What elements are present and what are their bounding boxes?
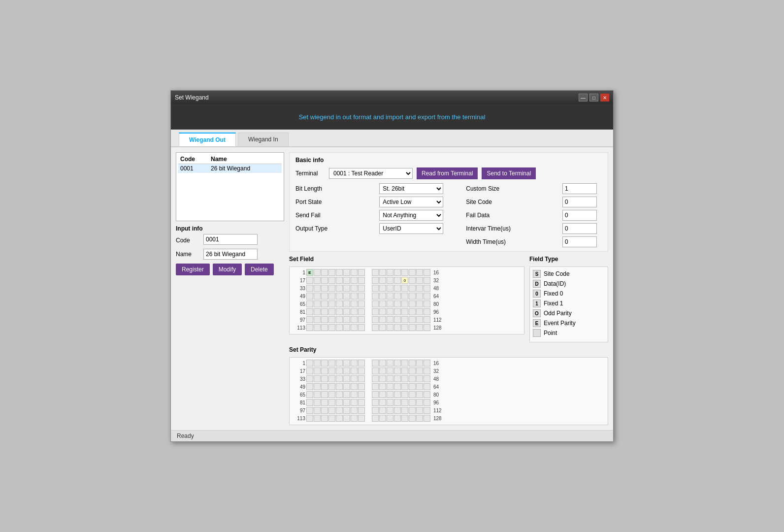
bit-cell[interactable] xyxy=(336,269,343,276)
restore-button[interactable]: □ xyxy=(589,94,598,101)
bit-cell[interactable] xyxy=(358,277,365,284)
send-fail-select[interactable]: Not Anything xyxy=(379,210,443,221)
ft-item-odd-parity: O Odd Parity xyxy=(533,309,605,317)
bit-cell[interactable] xyxy=(394,269,401,276)
bit-cells-1a: E xyxy=(306,269,365,276)
bit-cells-17b: 0 xyxy=(372,277,430,284)
bit-cell[interactable] xyxy=(306,277,313,284)
basic-info-title: Basic info xyxy=(295,157,602,164)
bit-cell[interactable] xyxy=(358,269,365,276)
port-state-label: Port State xyxy=(295,199,375,205)
output-type-select[interactable]: UserID xyxy=(379,223,443,234)
ft-label-site-code: Site Code xyxy=(544,270,570,277)
bit-cell[interactable] xyxy=(328,269,335,276)
ft-item-point: Point xyxy=(533,329,605,337)
set-parity-section: Set Parity 1 16 xyxy=(289,346,608,425)
name-input[interactable] xyxy=(203,249,258,260)
code-input[interactable] xyxy=(203,234,258,245)
bit-length-label: Bit Length xyxy=(295,185,375,192)
port-state-select[interactable]: Active Low xyxy=(379,197,443,207)
parity-row-65: 65 80 xyxy=(292,391,606,398)
modify-button[interactable]: Modify xyxy=(213,264,242,275)
bit-cell[interactable]: 0 xyxy=(401,277,408,284)
bit-cell[interactable] xyxy=(409,277,416,284)
width-time-label: Width Time(us) xyxy=(466,238,558,245)
fail-data-input[interactable] xyxy=(562,210,597,221)
width-time-input[interactable] xyxy=(562,236,597,247)
list-header: Code Name xyxy=(178,155,282,164)
parity-row-33: 33 48 xyxy=(292,375,606,382)
ft-item-fixed1: 1 Fixed 1 xyxy=(533,299,605,307)
bit-cell[interactable] xyxy=(351,269,358,276)
send-fail-label: Send Fail xyxy=(295,212,375,219)
ft-label-fixed0: Fixed 0 xyxy=(544,290,563,297)
ft-item-fixed0: 0 Fixed 0 xyxy=(533,290,605,298)
minimize-button[interactable]: — xyxy=(579,94,588,101)
send-to-terminal-button[interactable]: Send to Terminal xyxy=(482,167,536,179)
bit-row-65: 65 80 xyxy=(292,300,522,307)
bit-cell[interactable] xyxy=(343,277,350,284)
bit-cell[interactable] xyxy=(372,269,379,276)
ft-item-event-parity: E Event Parity xyxy=(533,319,605,327)
output-type-label: Output Type xyxy=(295,225,375,232)
bit-row-81: 81 96 xyxy=(292,308,522,315)
name-label: Name xyxy=(176,251,200,258)
name-row: Name xyxy=(176,249,284,260)
site-code-input[interactable] xyxy=(562,197,597,207)
terminal-label: Terminal xyxy=(295,170,325,177)
terminal-row: Terminal 0001 : Test Reader Read from Te… xyxy=(295,167,602,179)
bit-cell[interactable] xyxy=(321,277,328,284)
terminal-select[interactable]: 0001 : Test Reader xyxy=(329,168,413,179)
bit-cell[interactable] xyxy=(416,277,423,284)
left-panel: Code Name 0001 26 bit Wiegand Input info… xyxy=(176,152,284,425)
set-field-title: Set Field xyxy=(289,256,524,263)
bit-length-select[interactable]: St. 26bit xyxy=(379,183,443,194)
read-from-terminal-button[interactable]: Read from Terminal xyxy=(417,167,478,179)
bit-row-1: 1 E xyxy=(292,269,522,276)
close-button[interactable]: ✕ xyxy=(600,94,609,101)
bit-cell[interactable] xyxy=(314,269,321,276)
parity-row-1: 1 16 xyxy=(292,360,606,366)
bit-row-97: 97 112 xyxy=(292,316,522,323)
bit-cell[interactable]: E xyxy=(306,269,313,276)
list-item[interactable]: 0001 26 bit Wiegand xyxy=(178,164,282,173)
tab-wiegand-in[interactable]: Wiegand In xyxy=(238,133,289,146)
ft-badge-point xyxy=(533,329,541,337)
bit-cell[interactable] xyxy=(424,277,430,284)
interval-time-input[interactable] xyxy=(562,223,597,234)
bit-cell[interactable] xyxy=(343,269,350,276)
bit-cell[interactable] xyxy=(379,269,386,276)
bit-row-33: 33 48 xyxy=(292,285,522,292)
col-code-header: Code xyxy=(180,156,205,163)
custom-size-input[interactable] xyxy=(562,183,597,194)
code-list[interactable]: Code Name 0001 26 bit Wiegand xyxy=(176,152,284,221)
bit-cell[interactable] xyxy=(387,277,393,284)
ft-label-data: Data(ID) xyxy=(544,280,566,287)
bit-cell[interactable] xyxy=(409,269,416,276)
tab-wiegand-out[interactable]: Wiegand Out xyxy=(179,133,236,146)
ft-badge-s: S xyxy=(533,270,541,278)
register-button[interactable]: Register xyxy=(176,264,210,275)
bit-cell[interactable] xyxy=(372,277,379,284)
action-buttons: Register Modify Delete xyxy=(176,264,284,275)
bit-cell[interactable] xyxy=(379,277,386,284)
parity-row-113: 113 128 xyxy=(292,415,606,422)
delete-button[interactable]: Delete xyxy=(245,264,274,275)
tabs-row: Wiegand Out Wiegand In xyxy=(171,130,613,147)
bit-cell[interactable] xyxy=(424,269,430,276)
basic-info-section: Basic info Terminal 0001 : Test Reader R… xyxy=(289,152,608,252)
set-parity-grid: 1 16 17 xyxy=(289,357,608,425)
bit-cell[interactable] xyxy=(328,277,335,284)
bit-cell[interactable] xyxy=(394,277,401,284)
bit-cell[interactable] xyxy=(336,277,343,284)
bit-cell[interactable] xyxy=(387,269,393,276)
bit-cell[interactable] xyxy=(314,277,321,284)
row-label-right-1: 16 xyxy=(433,270,447,275)
bit-cell[interactable] xyxy=(321,269,328,276)
bit-cell[interactable] xyxy=(416,269,423,276)
bit-cell[interactable] xyxy=(351,277,358,284)
set-parity-title: Set Parity xyxy=(289,346,608,353)
title-bar: Set Wiegand — □ ✕ xyxy=(171,91,613,104)
bit-cell[interactable] xyxy=(401,269,408,276)
ft-label-odd-parity: Odd Parity xyxy=(544,310,572,317)
